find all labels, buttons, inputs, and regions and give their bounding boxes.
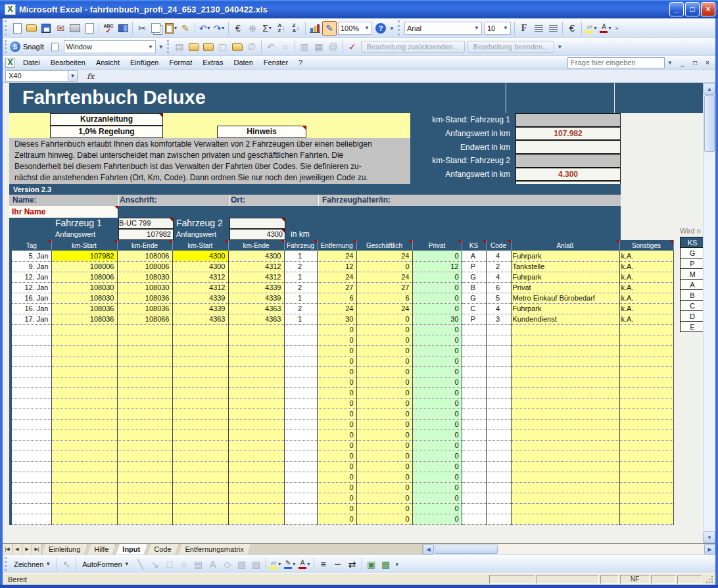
cell[interactable] — [51, 345, 117, 356]
review-save-icon[interactable]: ▦ — [312, 39, 326, 54]
cell[interactable]: 0 — [412, 514, 462, 524]
cell[interactable] — [117, 419, 172, 429]
cell[interactable]: 4363 — [228, 314, 284, 324]
cell[interactable] — [462, 419, 486, 429]
column-header-fahrzeug[interactable]: Fahrzeug — [284, 240, 317, 251]
cell[interactable] — [462, 377, 486, 387]
cell[interactable]: 0 — [412, 440, 462, 451]
cell[interactable]: 0 — [356, 461, 412, 472]
cell[interactable] — [172, 514, 228, 524]
cell[interactable]: Tankstelle — [511, 261, 619, 272]
zoom-combo[interactable]: 100%▼ — [338, 22, 372, 35]
cell[interactable] — [51, 377, 117, 387]
arrow-style-icon[interactable]: ⇄ — [345, 557, 360, 572]
cell[interactable] — [11, 356, 51, 366]
cell[interactable] — [511, 356, 619, 366]
cell[interactable]: 0 — [317, 472, 356, 482]
toolbar-options-chevron[interactable]: » — [613, 18, 621, 37]
cell[interactable] — [51, 398, 117, 408]
cell[interactable]: 0 — [317, 377, 356, 387]
cell[interactable] — [619, 335, 673, 345]
cell[interactable]: 0 — [317, 324, 356, 335]
toolbar-grip[interactable] — [5, 557, 8, 572]
cell[interactable]: Fuhrpark — [511, 272, 619, 282]
cell[interactable]: k.A. — [619, 303, 673, 314]
fahrzeug2-plate-cell[interactable] — [229, 218, 285, 229]
cell[interactable] — [511, 461, 619, 472]
cell[interactable]: 0 — [412, 272, 462, 282]
review-checklist-icon[interactable]: ▥ — [297, 39, 312, 54]
autoformen-menu-button[interactable]: AutoFormen▼ — [78, 559, 133, 570]
workbook-minimize-button[interactable]: _ — [677, 58, 688, 68]
cell[interactable]: 0 — [412, 398, 462, 408]
bold-button[interactable]: F — [517, 21, 531, 36]
cell[interactable] — [486, 345, 511, 356]
review-send-icon[interactable] — [187, 39, 201, 54]
euro-conversion-icon[interactable]: € — [231, 21, 245, 36]
cell[interactable] — [462, 356, 486, 366]
cell[interactable]: 24 — [356, 272, 412, 282]
font-size-select[interactable]: 10 ▼ — [485, 22, 511, 35]
review-attach-icon[interactable]: @ — [326, 39, 341, 54]
cell[interactable] — [51, 366, 117, 377]
cell[interactable]: 4312 — [228, 272, 284, 282]
cell[interactable]: 12. Jan — [11, 282, 51, 293]
cell[interactable] — [11, 451, 51, 461]
shadow-style-icon[interactable]: ▣ — [364, 557, 379, 572]
cell[interactable]: 0 — [317, 419, 356, 429]
minimize-button[interactable]: _ — [669, 2, 684, 16]
cell[interactable]: 12. Jan — [11, 272, 51, 282]
column-header-kmende[interactable]: km-Ende — [117, 240, 172, 251]
cell[interactable] — [117, 472, 172, 482]
cell[interactable]: 12 — [317, 261, 356, 272]
cell[interactable]: P — [462, 261, 486, 272]
cell[interactable]: 108066 — [117, 314, 172, 324]
cell[interactable] — [228, 345, 284, 356]
new-document-icon[interactable] — [10, 21, 24, 36]
km-stand-value-cell[interactable]: 4.300 — [515, 168, 621, 182]
cell[interactable]: 0 — [412, 429, 462, 440]
cell[interactable] — [619, 493, 673, 503]
review-folders-icon[interactable] — [230, 39, 245, 54]
cell[interactable]: 0 — [412, 345, 462, 356]
cell[interactable] — [284, 335, 317, 345]
cell[interactable] — [117, 503, 172, 514]
cell[interactable]: 30 — [412, 314, 462, 324]
cell[interactable] — [51, 387, 117, 398]
cell[interactable]: 0 — [317, 356, 356, 366]
cell[interactable]: 0 — [412, 251, 462, 261]
cell[interactable] — [51, 514, 117, 524]
cell[interactable] — [117, 429, 172, 440]
menu-item-bearbeiten[interactable]: Bearbeiten — [45, 57, 91, 68]
cell[interactable] — [511, 440, 619, 451]
textbox-icon[interactable]: ▤ — [191, 557, 206, 572]
cell[interactable] — [486, 503, 511, 514]
km-stand-value-cell[interactable] — [515, 154, 621, 168]
cell[interactable] — [462, 472, 486, 482]
cell[interactable] — [172, 482, 228, 493]
cell[interactable]: 0 — [356, 429, 412, 440]
cell[interactable] — [11, 377, 51, 387]
cell[interactable]: 0 — [356, 345, 412, 356]
insert-function-icon[interactable]: fx — [87, 72, 94, 81]
cell[interactable]: 0 — [317, 514, 356, 524]
cell[interactable] — [284, 356, 317, 366]
cell[interactable] — [172, 472, 228, 482]
format-painter-icon[interactable]: ✎ — [178, 21, 193, 36]
cell[interactable] — [11, 408, 51, 419]
cell[interactable] — [511, 493, 619, 503]
cell[interactable] — [486, 356, 511, 366]
horizontal-scrollbar[interactable]: ◀ ▶ — [422, 544, 715, 554]
cell[interactable]: 0 — [356, 356, 412, 366]
cell[interactable] — [284, 366, 317, 377]
toolbar-grip[interactable] — [167, 40, 170, 54]
align-right-icon[interactable] — [546, 21, 560, 36]
cell[interactable]: 0 — [412, 387, 462, 398]
next-sheet-icon[interactable]: ▶ — [22, 544, 32, 554]
cell[interactable] — [51, 408, 117, 419]
cell[interactable] — [619, 472, 673, 482]
cell[interactable] — [117, 345, 172, 356]
cell[interactable] — [172, 324, 228, 335]
cell[interactable]: 0 — [356, 387, 412, 398]
cell[interactable] — [228, 514, 284, 524]
